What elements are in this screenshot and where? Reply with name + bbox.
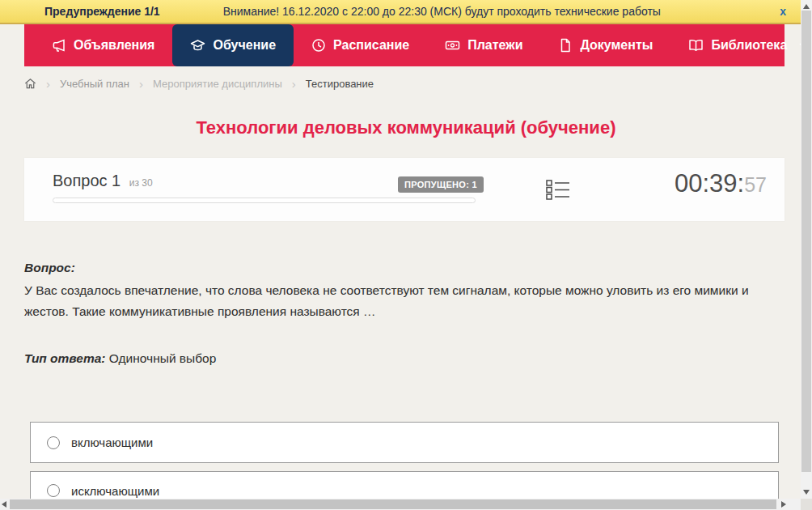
- page-title: Технологии деловых коммуникаций (обучени…: [0, 117, 812, 138]
- banknote-icon: [445, 38, 460, 53]
- answer-type-label: Тип ответа:: [24, 351, 106, 365]
- breadcrumb-separator: ›: [46, 79, 50, 89]
- nav-item-label: Расписание: [333, 38, 409, 53]
- timer-hours-minutes: 00:39:: [675, 169, 744, 198]
- question-heading: Вопрос:: [24, 261, 75, 275]
- breadcrumb: › Учебный план › Мероприятие дисциплины …: [24, 74, 374, 92]
- warning-bar: Предупреждение 1/1 Внимание! 16.12.2020 …: [0, 0, 801, 24]
- countdown-timer: 00:39:57: [675, 169, 767, 198]
- question-number: Вопрос 1: [53, 172, 121, 189]
- vertical-scrollbar-thumb[interactable]: [801, 11, 811, 472]
- graduation-cap-icon: [190, 38, 205, 53]
- nav-item-announcements[interactable]: Объявления: [34, 24, 172, 66]
- home-icon[interactable]: [24, 78, 36, 90]
- nav-item-label: Платежи: [467, 38, 522, 53]
- nav-item-payments[interactable]: Платежи: [427, 24, 540, 66]
- warning-counter: Предупреждение 1/1: [44, 5, 160, 18]
- timer-seconds: 57: [744, 173, 767, 196]
- scroll-down-arrow-icon[interactable]: [803, 490, 810, 495]
- nav-item-documents[interactable]: Документы: [540, 24, 670, 66]
- scroll-left-arrow-icon[interactable]: [2, 501, 6, 508]
- nav-item-library[interactable]: Библиотека: [670, 24, 812, 66]
- answer-option-label: исключающими: [71, 484, 159, 498]
- skipped-badge: ПРОПУЩЕНО: 1: [398, 176, 484, 193]
- nav-item-schedule[interactable]: Расписание: [294, 24, 427, 66]
- scroll-right-arrow-icon[interactable]: [781, 501, 786, 508]
- question-list-button[interactable]: [546, 179, 570, 203]
- breadcrumb-discipline-event[interactable]: Мероприятие дисциплины: [153, 78, 282, 90]
- radio-button-icon[interactable]: [47, 436, 60, 449]
- warning-message: Внимание! 16.12.2020 с 22:00 до 22:30 (М…: [223, 5, 661, 18]
- answer-option-1[interactable]: включающими: [30, 422, 779, 463]
- main-navbar: Объявления Обучение Расписание Платежи Д…: [24, 24, 785, 66]
- scroll-up-arrow-icon[interactable]: [803, 4, 810, 9]
- warning-close-button[interactable]: x: [780, 3, 786, 19]
- scrollbar-corner: [801, 499, 812, 510]
- breadcrumb-separator: ›: [139, 79, 143, 89]
- question-text: У Вас создалось впечатление, что слова ч…: [24, 280, 770, 322]
- nav-item-label: Обучение: [213, 38, 276, 53]
- breadcrumb-separator: ›: [292, 79, 296, 89]
- question-counter: Вопрос 1 из 30: [53, 172, 153, 190]
- answer-option-label: включающими: [71, 436, 153, 449]
- progress-bar: [53, 198, 476, 203]
- answer-type-value: Одиночный выбор: [109, 351, 217, 365]
- clock-icon: [311, 38, 326, 53]
- nav-item-learning[interactable]: Обучение: [172, 24, 294, 66]
- vertical-scrollbar[interactable]: [801, 0, 812, 499]
- nav-item-label: Объявления: [74, 38, 154, 53]
- question-list-icon: [546, 179, 570, 200]
- nav-item-label: Библиотека: [711, 38, 787, 53]
- megaphone-icon: [52, 38, 66, 53]
- breadcrumb-curriculum[interactable]: Учебный план: [60, 78, 129, 90]
- open-book-icon: [688, 38, 704, 53]
- question-total: из 30: [129, 177, 153, 189]
- answer-type-row: Тип ответа: Одиночный выбор: [24, 351, 216, 366]
- quiz-header-panel: Вопрос 1 из 30 ПРОПУЩЕНО: 1 00:39:57: [24, 158, 785, 221]
- horizontal-scrollbar-thumb[interactable]: [10, 499, 776, 509]
- radio-button-icon[interactable]: [47, 484, 60, 497]
- breadcrumb-testing: Тестирование: [306, 78, 374, 90]
- horizontal-scrollbar[interactable]: [0, 499, 801, 510]
- nav-item-label: Документы: [580, 38, 653, 53]
- document-icon: [558, 38, 573, 53]
